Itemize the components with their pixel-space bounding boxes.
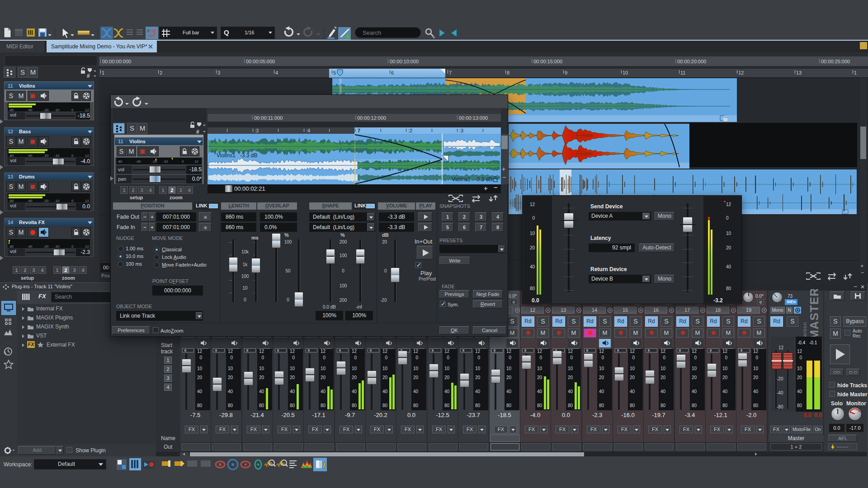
svg-text:#: # [147,28,150,33]
svg-text:MASTER: MASTER [807,289,821,340]
svg-text:+: + [270,461,273,465]
svg-text:Violins1 -3.3 dB: Violins1 -3.3 dB [217,152,258,159]
svg-text:#: # [196,129,199,135]
svg-text:Violins1 -3.3 dB: Violins1 -3.3 dB [452,176,493,183]
svg-text:−: − [283,461,285,465]
svg-text:#: # [87,73,90,79]
